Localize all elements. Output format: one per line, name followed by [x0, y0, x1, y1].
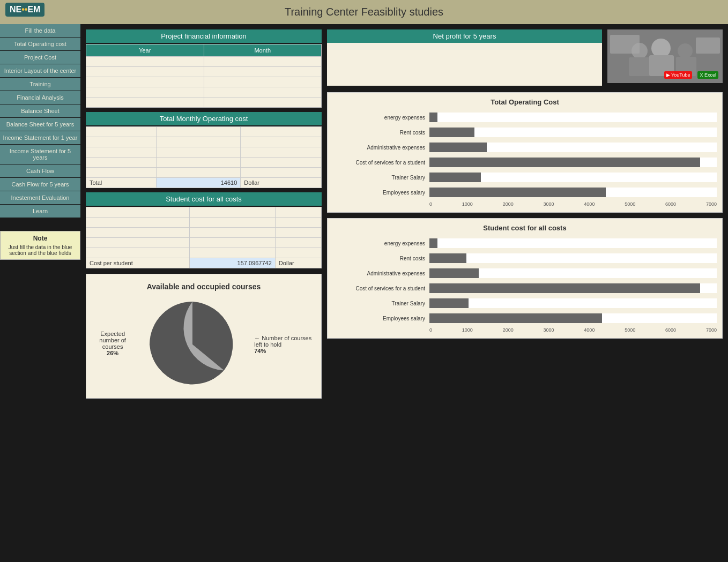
project-financial-table: Year Month	[86, 44, 322, 108]
total-row: Total 14610 Dollar	[86, 178, 322, 188]
s-axis-1000: 1000	[462, 327, 473, 333]
bar-track-trainer	[429, 173, 717, 182]
student-cost-all-chart: Student cost for all costs energy expens…	[327, 218, 723, 339]
sidebar-item-project-cost[interactable]: Project Cost	[0, 51, 80, 64]
s-axis-3000: 3000	[544, 327, 554, 333]
bar-track-rent	[429, 128, 717, 137]
axis-labels-operating: 0 1000 2000 3000 4000 5000 6000 7000	[429, 201, 717, 207]
sidebar-item-income-5y[interactable]: Income Statement for 5 years	[0, 145, 80, 164]
axis-labels-student: 0 1000 2000 3000 4000 5000 6000 7000	[429, 327, 717, 333]
student-cost-header: Student cost for all costs	[86, 192, 322, 206]
bar-fill-s-services	[429, 283, 700, 293]
sidebar-item-investment-eval[interactable]: Inestement Evaluation	[0, 191, 80, 204]
sidebar-item-balance-sheet[interactable]: Balance Sheet	[0, 104, 80, 117]
sidebar-item-fill-data[interactable]: Fill the data	[0, 24, 80, 37]
thumb-badges: ▶ YouTube X Excel	[662, 69, 720, 81]
thumb-image: ▶ YouTube X Excel	[607, 29, 723, 83]
logo: NE••EM	[5, 3, 44, 17]
sidebar-item-income-1y[interactable]: Income Statement for 1 year	[0, 131, 80, 144]
svg-rect-5	[629, 57, 650, 76]
student-row-2	[86, 218, 322, 228]
bar-label-employees: Employees salary	[333, 190, 429, 196]
bar-label-s-energy: energy expenses	[333, 241, 429, 246]
bar-track-admin	[429, 143, 717, 152]
bar-fill-s-energy	[429, 238, 437, 248]
bar-label-trainer: Trainer Salary	[333, 175, 429, 181]
financial-row-1	[86, 57, 322, 67]
chart-axis-student: 0 1000 2000 3000 4000 5000 6000 7000	[333, 327, 717, 333]
bar-row-s-services: Cost of services for a student	[333, 282, 717, 294]
bar-chart-operating: energy expenses Rent costs A	[333, 111, 717, 198]
year-month-row: Year Month	[86, 44, 322, 57]
bar-label-services: Cost of services for a student	[333, 160, 429, 166]
net-profit-header-area: Net profit for 5 years	[327, 29, 602, 87]
net-profit-content	[327, 43, 602, 86]
note-text: Just fill the data in the blue section a…	[4, 244, 77, 256]
bar-track-s-rent	[429, 253, 717, 263]
axis-2000: 2000	[503, 201, 514, 207]
monthly-row-1	[86, 127, 322, 137]
financial-row-4	[86, 87, 322, 98]
cost-per-student-unit: Dollar	[275, 258, 321, 268]
bar-label-admin: Administrative expenses	[333, 145, 429, 151]
bar-label-energy: energy expenses	[333, 115, 429, 121]
monthly-row-4	[86, 158, 322, 168]
header: NE••EM Training Center Feasiblity studie…	[0, 0, 728, 24]
sidebar-item-cash-flow[interactable]: Cash Flow	[0, 164, 80, 177]
month-label: Month	[204, 44, 322, 57]
right-panel: Net profit for 5 years	[327, 29, 723, 399]
axis-3000: 3000	[544, 201, 554, 207]
bar-row-admin: Administrative expenses	[333, 141, 717, 153]
pie-chart	[147, 299, 238, 390]
sidebar-item-financial-analysis[interactable]: Financial Analysis	[0, 91, 80, 104]
sidebar-item-total-operating[interactable]: Total Operating cost	[0, 38, 80, 50]
sidebar-item-interior-layout[interactable]: Interior Layout of the center	[0, 64, 80, 77]
bar-fill-s-employees	[429, 313, 602, 323]
bar-fill-employees	[429, 188, 606, 197]
total-unit: Dollar	[241, 178, 322, 188]
bar-track-s-services	[429, 283, 717, 293]
left-panel: Project financial information Year Month…	[86, 29, 322, 399]
page-title: Training Center Feasiblity studies	[285, 6, 443, 18]
excel-badge: X Excel	[697, 71, 718, 79]
youtube-thumbnail[interactable]: ▶ YouTube X Excel	[607, 29, 723, 83]
bar-label-s-services: Cost of services for a student	[333, 286, 429, 291]
legend-courses-left: ← Number of courses left to hold74%	[254, 335, 313, 354]
bar-label-s-trainer: Trainer Salary	[333, 301, 429, 306]
pie-title: Available and occupied courses	[94, 282, 313, 291]
axis-4000: 4000	[584, 201, 595, 207]
pie-wrapper: Expected number of courses26% ← Number o…	[94, 299, 313, 390]
student-cost-form: Cost per student 157.0967742 Dollar	[86, 207, 322, 268]
total-monthly-form: Total 14610 Dollar	[86, 126, 322, 188]
total-label: Total	[86, 178, 157, 188]
bar-fill-energy	[429, 113, 437, 122]
axis-0: 0	[429, 201, 432, 207]
sidebar-item-cash-flow-5y[interactable]: Cash Flow for 5 years	[0, 178, 80, 191]
financial-row-2	[86, 67, 322, 77]
axis-6000: 6000	[665, 201, 676, 207]
total-operating-cost-chart: Total Operating Cost energy expenses Ren…	[327, 92, 723, 213]
total-value: 14610	[156, 178, 240, 188]
bar-row-s-energy: energy expenses	[333, 237, 717, 249]
s-axis-0: 0	[429, 327, 432, 333]
bar-fill-rent	[429, 128, 474, 137]
student-cost-table: Cost per student 157.0967742 Dollar	[86, 207, 322, 268]
bar-track-energy	[429, 113, 717, 122]
pie-legend-right: ← Number of courses left to hold74%	[254, 335, 313, 354]
bar-fill-trainer	[429, 173, 481, 182]
sidebar-item-balance-sheet-5y[interactable]: Balance Sheet for 5 years	[0, 118, 80, 131]
s-axis-2000: 2000	[503, 327, 514, 333]
student-row-1	[86, 207, 322, 218]
sidebar-note: Note Just fill the data in the blue sect…	[0, 231, 80, 260]
pie-section: Available and occupied courses Expected …	[86, 274, 322, 399]
financial-row-5	[86, 98, 322, 108]
bar-label-s-admin: Administrative expenses	[333, 271, 429, 276]
bar-track-services	[429, 158, 717, 167]
sidebar-item-training[interactable]: Training	[0, 78, 80, 91]
net-profit-row: Net profit for 5 years	[327, 29, 723, 87]
bar-row-employees: Employees salary	[333, 186, 717, 198]
sidebar-item-learn[interactable]: Learn	[0, 205, 80, 218]
s-axis-6000: 6000	[665, 327, 676, 333]
monthly-row-2	[86, 137, 322, 147]
cost-per-student-value: 157.0967742	[190, 258, 275, 268]
